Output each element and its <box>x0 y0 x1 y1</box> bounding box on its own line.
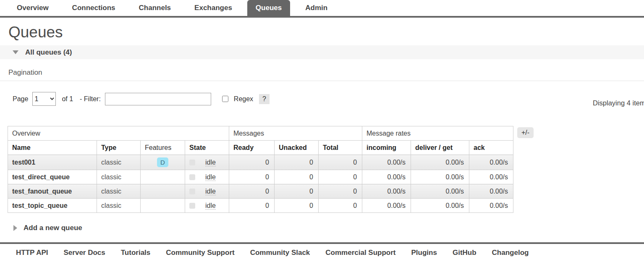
queue-features-cell: D <box>141 155 185 170</box>
column-header-ready[interactable]: Ready <box>229 141 275 155</box>
of-label: of 1 <box>62 95 73 103</box>
filter-label: - Filter: <box>80 95 101 103</box>
queue-features-cell <box>141 184 185 199</box>
footer-link-tutorials[interactable]: Tutorials <box>121 249 151 257</box>
queue-name-link[interactable]: test_fanout_queue <box>12 188 72 195</box>
queue-name-link[interactable]: test_topic_queue <box>12 202 68 209</box>
ack-rate-cell: 0.00/s <box>469 199 513 213</box>
tab-admin[interactable]: Admin <box>297 0 336 16</box>
state-indicator-icon <box>189 189 195 194</box>
tab-overview[interactable]: Overview <box>8 0 57 16</box>
total-cell: 0 <box>319 155 362 170</box>
queue-row-test001: test001classicDidle0000.00/s0.00/s0.00/s <box>8 155 513 170</box>
queue-row-test-topic-queue: test_topic_queueclassicidle0000.00/s0.00… <box>8 199 513 213</box>
column-header-total[interactable]: Total <box>319 141 362 155</box>
regex-checkbox[interactable] <box>222 96 228 102</box>
queue-type-cell: classic <box>97 155 141 170</box>
toggle-columns-button[interactable]: +/- <box>517 127 534 138</box>
state-text: idle <box>205 188 216 195</box>
tab-connections[interactable]: Connections <box>64 0 124 16</box>
incoming-rate-cell: 0.00/s <box>362 199 411 213</box>
column-header-incoming[interactable]: incoming <box>362 141 411 155</box>
queue-type-cell: classic <box>97 199 141 213</box>
footer-link-commercial-support[interactable]: Commercial Support <box>325 249 395 257</box>
all-queues-toggle[interactable]: All queues (4) <box>0 45 644 59</box>
state-indicator-icon <box>189 174 195 180</box>
queue-name-cell: test001 <box>8 155 97 170</box>
all-queues-label: All queues (4) <box>25 48 72 57</box>
regex-label: Regex <box>234 95 253 103</box>
ack-rate-cell: 0.00/s <box>469 155 513 170</box>
queue-row-test-fanout-queue: test_fanout_queueclassicidle0000.00/s0.0… <box>8 184 513 199</box>
page-label: Page <box>13 95 28 103</box>
footer-link-community-slack[interactable]: Community Slack <box>250 249 310 257</box>
footer-link-github[interactable]: GitHub <box>453 249 476 257</box>
ready-cell: 0 <box>229 170 275 184</box>
column-header-deliver-get[interactable]: deliver / get <box>411 141 469 155</box>
add-queue-toggle[interactable]: Add a new queue <box>13 224 644 232</box>
tab-exchanges[interactable]: Exchanges <box>186 0 241 16</box>
total-cell: 0 <box>319 199 362 213</box>
state-text: idle <box>205 202 216 210</box>
queue-name-cell: test_direct_queue <box>8 170 97 184</box>
group-header-overview: Overview <box>8 126 229 141</box>
ready-cell: 0 <box>229 155 275 170</box>
unacked-cell: 0 <box>275 199 319 213</box>
ready-cell: 0 <box>229 199 275 213</box>
top-nav: OverviewConnectionsChannelsExchangesQueu… <box>0 0 644 18</box>
queue-name-link[interactable]: test001 <box>12 159 35 166</box>
queues-table: OverviewMessagesMessage rates NameTypeFe… <box>8 126 513 213</box>
column-header-ack[interactable]: ack <box>469 141 513 155</box>
group-header-message-rates: Message rates <box>362 126 513 141</box>
incoming-rate-cell: 0.00/s <box>362 155 411 170</box>
queue-name-cell: test_fanout_queue <box>8 184 97 199</box>
pagination-controls: Page 1 of 1 - Filter: Regex ? <box>13 92 644 106</box>
state-text: idle <box>205 159 216 166</box>
ready-cell: 0 <box>229 184 275 199</box>
footer-link-plugins[interactable]: Plugins <box>411 249 437 257</box>
unacked-cell: 0 <box>275 155 319 170</box>
chevron-down-icon <box>13 50 18 54</box>
queue-row-test-direct-queue: test_direct_queueclassicidle0000.00/s0.0… <box>8 170 513 184</box>
queue-name-cell: test_topic_queue <box>8 199 97 213</box>
tab-channels[interactable]: Channels <box>131 0 180 16</box>
add-queue-label: Add a new queue <box>24 224 82 232</box>
table-column-header-row: NameTypeFeaturesStateReadyUnackedTotalin… <box>8 141 513 155</box>
queue-state-cell: idle <box>185 184 229 199</box>
queue-features-cell <box>141 170 185 184</box>
ack-rate-cell: 0.00/s <box>469 184 513 199</box>
footer-link-community-support[interactable]: Community Support <box>166 249 234 257</box>
footer-link-server-docs[interactable]: Server Docs <box>64 249 105 257</box>
tab-queues[interactable]: Queues <box>247 0 290 16</box>
pagination-heading: Pagination <box>0 68 644 81</box>
page-select[interactable]: 1 <box>32 92 56 106</box>
group-header-messages: Messages <box>229 126 362 141</box>
queue-type-cell: classic <box>97 184 141 199</box>
footer-link-changelog[interactable]: Changelog <box>492 249 529 257</box>
column-header-unacked[interactable]: Unacked <box>275 141 319 155</box>
queue-state-cell: idle <box>185 155 229 170</box>
chevron-right-icon <box>13 225 17 231</box>
page-title: Queues <box>8 24 644 41</box>
column-header-state[interactable]: State <box>185 141 229 155</box>
deliver-get-rate-cell: 0.00/s <box>411 199 469 213</box>
regex-help-button[interactable]: ? <box>259 94 270 104</box>
filter-input[interactable] <box>105 93 211 105</box>
incoming-rate-cell: 0.00/s <box>362 184 411 199</box>
state-indicator-icon <box>189 160 195 165</box>
deliver-get-rate-cell: 0.00/s <box>411 155 469 170</box>
state-indicator-icon <box>189 203 195 209</box>
footer-link-http-api[interactable]: HTTP API <box>16 249 48 257</box>
incoming-rate-cell: 0.00/s <box>362 170 411 184</box>
column-header-name[interactable]: Name <box>8 141 97 155</box>
total-cell: 0 <box>319 170 362 184</box>
ack-rate-cell: 0.00/s <box>469 170 513 184</box>
deliver-get-rate-cell: 0.00/s <box>411 184 469 199</box>
unacked-cell: 0 <box>275 170 319 184</box>
displaying-count: Displaying 4 items <box>593 99 644 107</box>
queue-name-link[interactable]: test_direct_queue <box>12 173 70 181</box>
queue-state-cell: idle <box>185 170 229 184</box>
state-text: idle <box>205 173 216 181</box>
column-header-type[interactable]: Type <box>97 141 141 155</box>
table-group-header-row: OverviewMessagesMessage rates <box>8 126 513 141</box>
